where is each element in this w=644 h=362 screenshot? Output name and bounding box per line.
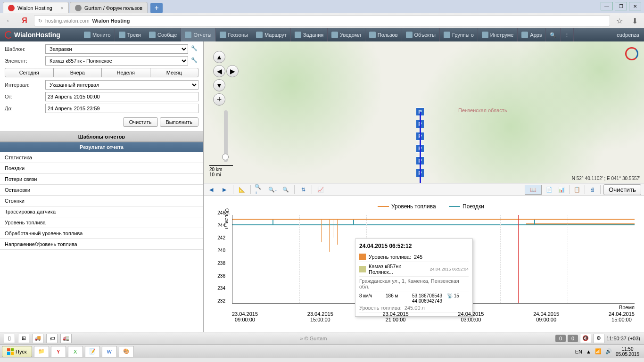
map[interactable]: ▲ ◀ ▶ ▼ + 20 km 10 mi Пензенская область…	[204, 41, 644, 183]
map-left-button[interactable]: ◀	[213, 65, 225, 77]
menu-button[interactable]: ⋮	[561, 28, 574, 41]
tray-chevron-icon[interactable]: ▲	[586, 349, 591, 354]
copy-icon[interactable]: 📋	[572, 185, 582, 194]
nav-item[interactable]: Объекты	[402, 28, 440, 41]
truck-icon[interactable]: 🚚	[32, 334, 43, 343]
template-select[interactable]: Заправки	[45, 44, 188, 54]
interval-select[interactable]: Указанный интервал	[45, 80, 198, 90]
layout-icon[interactable]: ▯	[4, 334, 15, 343]
map-up-button[interactable]: ▲	[213, 51, 225, 63]
chart-cursor	[518, 215, 519, 303]
back-button[interactable]: ←	[4, 15, 15, 26]
notification-badge[interactable]: 0	[555, 335, 566, 342]
nav-item[interactable]: Пользов	[365, 28, 402, 41]
nav-item[interactable]: Геозоны	[216, 28, 252, 41]
refresh-icon[interactable]: ⇅	[298, 185, 308, 194]
tooltip-coords: 53.18670654344.006942749	[412, 293, 442, 304]
window-close-button[interactable]: ✕	[629, 2, 641, 10]
browser-tab[interactable]: Gurtam / Форум пользов	[70, 2, 148, 13]
sound-icon[interactable]: 🔇	[580, 334, 591, 343]
wrench-icon[interactable]: 🔧	[191, 45, 198, 53]
map-right-button[interactable]: ▶	[226, 65, 239, 77]
nav-item[interactable]: Сообще	[145, 28, 182, 41]
report-item[interactable]: Поездки	[0, 163, 203, 174]
nav-item[interactable]: Уведомл	[328, 28, 365, 41]
report-item[interactable]: Остановки	[0, 185, 203, 196]
play-icon[interactable]: ▶	[220, 185, 229, 194]
grid-icon[interactable]: ⊞	[18, 334, 29, 343]
nav-item[interactable]: Отчеты	[181, 28, 215, 41]
language-indicator[interactable]: EN	[575, 349, 582, 354]
notepad-icon[interactable]: 📝	[85, 346, 100, 357]
nav-item[interactable]: Монито	[80, 28, 115, 41]
week-button[interactable]: Неделя	[102, 68, 150, 77]
report-item[interactable]: Стоянки	[0, 196, 203, 206]
word-icon[interactable]: W	[102, 346, 117, 357]
yandex-browser-icon[interactable]: Y	[51, 346, 66, 357]
user-menu[interactable]: cudpenza	[612, 32, 644, 38]
result-panel-header[interactable]: Результат отчета	[0, 142, 203, 152]
report-item[interactable]: Напряжение/Уровень топлива	[0, 239, 203, 250]
bookmark-icon[interactable]: ☆	[614, 15, 625, 26]
excel-icon[interactable]: 📊	[557, 185, 566, 194]
map-down-button[interactable]: ▼	[213, 79, 225, 91]
chart[interactable]: Уровень топлива Поездки 2462442422402382…	[204, 196, 644, 332]
pdf-icon[interactable]: 📄	[545, 185, 554, 194]
nav-item[interactable]: Группы о	[440, 28, 478, 41]
new-tab-button[interactable]: +	[150, 3, 163, 13]
report-item[interactable]: Уровень топлива	[0, 217, 203, 228]
print-icon[interactable]: 🖨	[588, 185, 597, 194]
nav-item[interactable]: Задания	[291, 28, 328, 41]
yandex-button[interactable]: Я	[19, 15, 30, 26]
zoom-reset-icon[interactable]: 🔍	[281, 185, 290, 194]
volume-icon[interactable]: 🔊	[605, 348, 612, 354]
zoom-thumb[interactable]	[222, 154, 229, 160]
report-item[interactable]: Трассировка датчика	[0, 206, 203, 217]
zoom-out-icon[interactable]: 🔍-	[268, 185, 277, 194]
fleet-icon[interactable]: 🚛	[60, 334, 72, 343]
reload-icon[interactable]: ↻	[38, 18, 42, 24]
report-item[interactable]: Статистика	[0, 152, 203, 163]
window-maximize-button[interactable]: ❐	[615, 2, 627, 10]
tag-icon[interactable]: 🏷	[46, 334, 58, 343]
report-item[interactable]: Потери связи	[0, 174, 203, 185]
chart-icon[interactable]: 📈	[316, 185, 325, 194]
excel-icon[interactable]: X	[68, 346, 83, 357]
view-tab[interactable]: 📖	[525, 185, 542, 195]
search-button[interactable]: 🔍	[546, 28, 561, 41]
chart-plot[interactable]: 24.04.2015 06:52:12 Уровень топлива: 245…	[232, 215, 635, 304]
wrench-icon[interactable]: 🔧	[191, 57, 198, 65]
browser-tab-active[interactable]: Wialon Hosting ×	[3, 2, 69, 13]
network-icon[interactable]: 📶	[595, 348, 602, 354]
settings-icon[interactable]: ⚙	[593, 334, 604, 343]
start-button[interactable]: Пуск	[2, 346, 32, 357]
nav-item[interactable]: Треки	[115, 28, 145, 41]
url-input[interactable]: ↻ hosting.wialon.com Wialon Hosting	[34, 15, 610, 26]
zoom-in-button[interactable]: +	[213, 93, 225, 106]
zoom-slider[interactable]	[224, 110, 228, 162]
paint-icon[interactable]: 🎨	[119, 346, 134, 357]
nav-item[interactable]: Apps	[518, 28, 546, 41]
message-badge[interactable]: 0	[568, 335, 578, 342]
axis-icon[interactable]: 📐	[237, 185, 247, 194]
nav-item[interactable]: Маршрут	[252, 28, 291, 41]
templates-panel-header[interactable]: Шаблоны отчетов	[0, 132, 203, 142]
tab-close-icon[interactable]: ×	[61, 5, 64, 11]
chart-clear-button[interactable]: Очистить	[603, 184, 641, 195]
clear-button[interactable]: Очистить	[123, 117, 158, 127]
system-clock[interactable]: 11:50 05.05.2015	[616, 346, 639, 357]
download-icon[interactable]: ⬇	[629, 15, 640, 26]
execute-button[interactable]: Выполнить	[160, 117, 198, 127]
nav-item[interactable]: Инструме	[478, 28, 518, 41]
element-select[interactable]: Камаз к857нк - Полянское	[45, 56, 188, 66]
play-back-icon[interactable]: ◀	[206, 185, 216, 194]
yesterday-button[interactable]: Вчера	[54, 68, 102, 77]
month-button[interactable]: Месяц	[150, 68, 199, 77]
report-item[interactable]: Обработанный уровень топлива	[0, 228, 203, 239]
explorer-icon[interactable]: 📁	[34, 346, 49, 357]
today-button[interactable]: Сегодня	[5, 68, 54, 77]
from-input[interactable]	[45, 92, 198, 101]
zoom-in-icon[interactable]: 🔍+	[255, 185, 264, 194]
to-input[interactable]	[45, 104, 198, 113]
window-minimize-button[interactable]: —	[601, 2, 613, 10]
